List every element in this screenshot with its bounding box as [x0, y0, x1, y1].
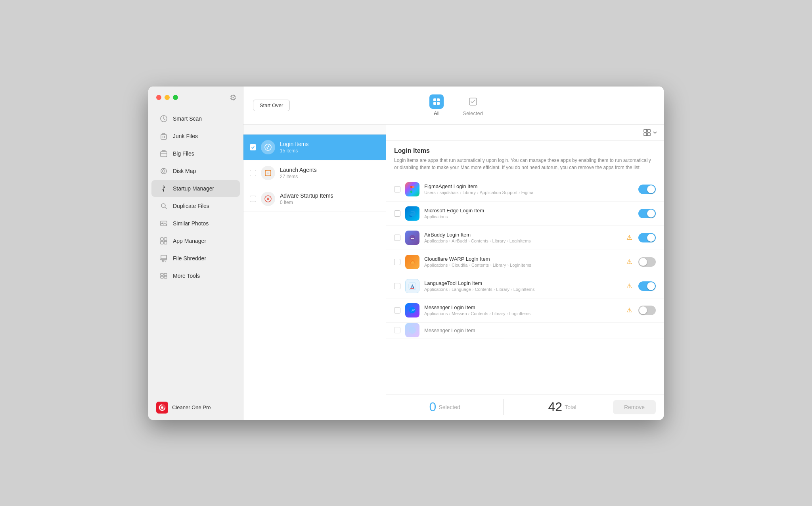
login-items-checkbox[interactable] [250, 144, 256, 150]
svg-rect-21 [161, 273, 163, 275]
airbuddy-warning-icon: ⚠ [626, 234, 632, 241]
selected-count: 0 [429, 400, 437, 414]
sidebar: ⚙ Smart Scan [148, 87, 243, 420]
tab-all[interactable]: All [425, 93, 448, 118]
figma-app-icon [405, 182, 419, 196]
detail-panel: Login Items Login items are apps that ru… [386, 125, 664, 420]
languagetool-name: LanguageTool Login Item [424, 280, 622, 286]
close-button[interactable] [156, 95, 161, 100]
sidebar-item-similar-photos[interactable]: Similar Photos [151, 215, 240, 232]
sidebar-item-startup-manager[interactable]: Startup Manager [151, 180, 240, 197]
start-over-button[interactable]: Start Over [253, 100, 290, 111]
items-list: FigmaAgent Login Item Users› sajidshaik›… [386, 174, 664, 394]
app-manager-icon [159, 237, 168, 245]
item-row-messenger: Messenger Login Item Applications› Messe… [386, 298, 664, 323]
adware-subtitle: 0 item [280, 200, 379, 205]
item-row-languagetool: A LanguageTool Login Item Applications› … [386, 274, 664, 298]
login-items-title: Login Items [280, 141, 379, 147]
messenger2-checkbox[interactable] [394, 327, 400, 333]
svg-line-20 [165, 260, 165, 262]
list-item-login-items[interactable]: Login Items 15 items [243, 135, 386, 160]
sidebar-item-label: Smart Scan [173, 115, 202, 122]
edge-toggle-knob [647, 210, 655, 217]
cloudflare-checkbox[interactable] [394, 259, 400, 265]
svg-rect-39 [647, 129, 650, 132]
selected-tab-icon [466, 94, 480, 109]
junk-files-icon [159, 132, 168, 140]
sidebar-item-disk-map[interactable]: Disk Map [151, 163, 240, 179]
sidebar-footer: Cleaner One Pro [148, 395, 243, 420]
launch-agents-title: Launch Agents [280, 167, 379, 173]
sidebar-item-label: Startup Manager [173, 185, 214, 192]
cloudflare-warning-icon: ⚠ [626, 258, 632, 266]
sidebar-item-duplicate-files[interactable]: Duplicate Files [151, 198, 240, 214]
tab-selected[interactable]: Selected [458, 93, 488, 118]
svg-rect-46 [410, 190, 412, 193]
item-row-messenger2: Messenger Login Item [386, 323, 664, 339]
sidebar-item-file-shredder[interactable]: File Shredder [151, 250, 240, 267]
sidebar-header: ⚙ [148, 87, 243, 106]
minimize-button[interactable] [165, 95, 170, 100]
edge-checkbox[interactable] [394, 210, 400, 217]
all-tab-label: All [434, 110, 439, 116]
sidebar-item-smart-scan[interactable]: Smart Scan [151, 110, 240, 127]
svg-text:A: A [411, 283, 414, 289]
languagetool-toggle[interactable] [638, 281, 656, 291]
airbuddy-path: Applications› AirBudd› Contents› Library… [424, 239, 622, 243]
cloudflare-toggle[interactable] [638, 257, 656, 267]
total-count: 42 [548, 400, 563, 414]
edge-name: Microsoft Edge Login Item [424, 208, 634, 214]
languagetool-path: Applications› Language› Contents› Librar… [424, 287, 622, 292]
svg-point-59 [409, 327, 416, 334]
messenger-warning-icon: ⚠ [626, 306, 632, 314]
settings-icon[interactable]: ⚙ [230, 93, 237, 102]
figma-toggle[interactable] [638, 185, 656, 194]
messenger-info: Messenger Login Item Applications› Messe… [424, 304, 622, 316]
app-window: ⚙ Smart Scan [148, 87, 664, 420]
svg-rect-22 [164, 273, 167, 275]
messenger-toggle[interactable] [638, 306, 656, 315]
grid-view-button[interactable] [643, 129, 657, 137]
detail-title: Login Items [394, 147, 656, 154]
list-item-adware[interactable]: Adware Startup Items 0 item [243, 186, 386, 212]
svg-rect-30 [437, 102, 440, 105]
detail-description: Login items are apps that run automatica… [394, 157, 656, 171]
airbuddy-checkbox[interactable] [394, 235, 400, 241]
list-item-launch-agents[interactable]: Launch Agents 27 items [243, 160, 386, 186]
svg-point-47 [412, 188, 414, 190]
edge-toggle[interactable] [638, 209, 656, 218]
svg-rect-40 [644, 133, 647, 136]
launch-agents-checkbox[interactable] [250, 170, 256, 176]
adware-checkbox[interactable] [250, 196, 256, 202]
svg-point-26 [161, 406, 163, 409]
languagetool-warning-icon: ⚠ [626, 282, 632, 290]
more-tools-icon [159, 271, 168, 280]
languagetool-checkbox[interactable] [394, 283, 400, 289]
remove-button[interactable]: Remove [613, 400, 656, 414]
bottom-bar: 0 Selected 42 Total Remove [386, 394, 664, 420]
edge-app-icon [405, 206, 419, 221]
svg-rect-13 [164, 238, 167, 240]
sidebar-item-label: App Manager [173, 238, 206, 244]
messenger-checkbox[interactable] [394, 307, 400, 314]
sidebar-item-label: Similar Photos [173, 220, 209, 227]
airbuddy-info: AirBuddy Login Item Applications› AirBud… [424, 232, 622, 243]
content-area: Login Items 15 items Launch Agents [243, 125, 664, 420]
sidebar-item-more-tools[interactable]: More Tools [151, 267, 240, 284]
chevron-down-icon [653, 130, 657, 135]
figma-checkbox[interactable] [394, 186, 400, 192]
launch-agents-subtitle: 27 items [280, 174, 379, 179]
brand-logo [156, 402, 168, 414]
airbuddy-app-icon [405, 231, 419, 245]
detail-toolbar [386, 125, 664, 141]
adware-title: Adware Startup Items [280, 192, 379, 199]
sidebar-item-label: More Tools [173, 273, 200, 279]
sidebar-item-app-manager[interactable]: App Manager [151, 233, 240, 249]
languagetool-toggle-knob [647, 282, 655, 290]
messenger2-info: Messenger Login Item [424, 327, 656, 333]
edge-path: Applications [424, 214, 634, 219]
maximize-button[interactable] [173, 95, 178, 100]
airbuddy-toggle[interactable] [638, 233, 656, 242]
sidebar-item-big-files[interactable]: Big Files [151, 145, 240, 162]
sidebar-item-junk-files[interactable]: Junk Files [151, 128, 240, 144]
